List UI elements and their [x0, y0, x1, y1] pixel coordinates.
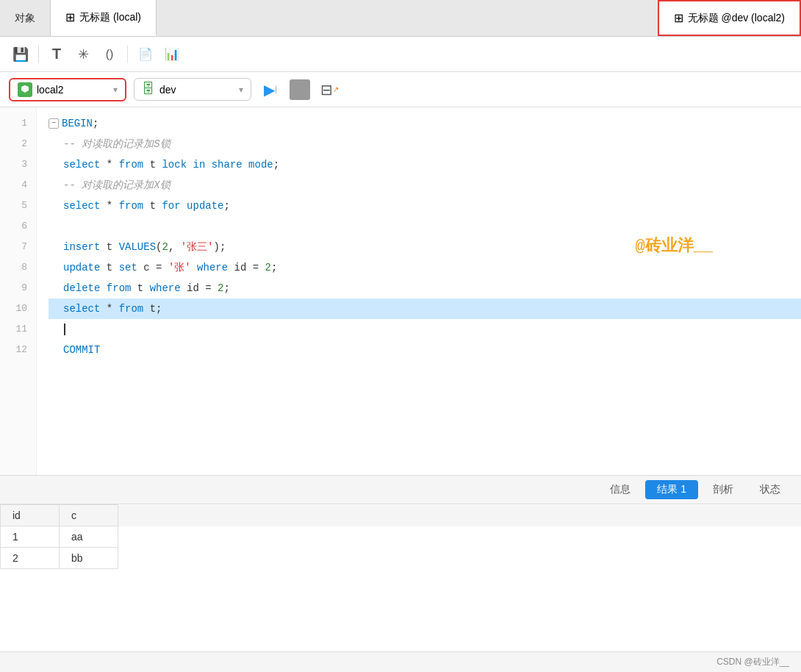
tab-untitled-dev[interactable]: ⊞ 无标题 @dev (local2)	[658, 0, 801, 36]
col-c: c	[60, 505, 118, 526]
database-icon: 🗄	[142, 82, 155, 97]
tab-objects[interactable]: 对象	[0, 0, 51, 36]
server-selector[interactable]: local2 ▾	[9, 78, 126, 101]
table-row-2: 2 bb	[1, 548, 801, 569]
code-line-2: -- 对读取的记录加S锁	[49, 134, 801, 154]
code-line-3: select * from t lock in share mode;	[49, 154, 801, 175]
tab-untitled-local-label: 无标题 (local)	[79, 11, 141, 24]
code-line-6	[49, 216, 801, 237]
code-line-9: delete from t where id = 2;	[49, 278, 801, 299]
footer-credit: CSDN @砖业洋__	[716, 656, 789, 668]
comment-2: -- 对读取的记录加S锁	[63, 134, 170, 154]
ln-3: 3	[0, 154, 36, 175]
code-line-4: -- 对读取的记录加X锁	[49, 175, 801, 196]
cell-1-id: 1	[1, 526, 60, 548]
explain-button[interactable]: ⊟ ↗	[317, 78, 341, 101]
magic-button[interactable]: ✳	[71, 43, 95, 66]
stop-button[interactable]	[290, 79, 310, 100]
tab-objects-label: 对象	[15, 12, 35, 25]
cell-2-c: bb	[60, 548, 118, 569]
line-numbers: 1 2 3 4 5 6 7 8 9 10 11 12	[0, 107, 37, 475]
ln-1: 1	[0, 113, 36, 134]
database-chevron-icon: ▾	[239, 85, 243, 95]
server-label: local2	[37, 84, 64, 96]
grid-icon-local: ⊞	[65, 10, 75, 24]
explain-sub-icon: ↗	[333, 85, 339, 93]
cell-1-c: aa	[60, 526, 118, 548]
watermark: @砖业洋__	[635, 237, 713, 257]
cell-1-extra	[118, 526, 801, 548]
server-chevron-icon: ▾	[113, 85, 118, 95]
toolbar-divider-2	[127, 46, 128, 63]
ln-2: 2	[0, 134, 36, 154]
file-button[interactable]: 📄	[134, 43, 157, 66]
btab-info[interactable]: 信息	[598, 480, 642, 499]
run-icon: ▶	[264, 81, 275, 99]
result-table: id c 1 aa 2 bb	[0, 504, 801, 569]
connection-bar: local2 ▾ 🗄 dev ▾ ▶ | ⊟ ↗	[0, 72, 801, 107]
fold-button-1[interactable]: −	[49, 118, 59, 129]
ln-7: 7	[0, 237, 36, 257]
ln-9: 9	[0, 278, 36, 299]
code-line-10: select * from t;	[49, 299, 801, 319]
file-icon: 📄	[138, 47, 153, 61]
run-button[interactable]: ▶ |	[259, 78, 282, 101]
grid-icon-dev: ⊞	[674, 11, 683, 25]
btab-analysis-label: 剖析	[713, 483, 733, 495]
magic-icon: ✳	[78, 46, 89, 62]
ln-8: 8	[0, 257, 36, 278]
col-id: id	[1, 505, 60, 526]
code-line-5: select * from t for update;	[49, 196, 801, 216]
code-line-7: insert t VALUES(2, '张三'); @砖业洋__	[49, 237, 801, 257]
save-button[interactable]: 💾	[9, 43, 32, 66]
btab-result1-label: 结果 1	[657, 483, 686, 495]
cursor	[64, 324, 65, 335]
ln-4: 4	[0, 175, 36, 196]
braces-button[interactable]: ()	[98, 43, 121, 66]
explain-icon: ⊟	[320, 81, 333, 99]
format-icon: T	[52, 46, 61, 62]
code-content[interactable]: −BEGIN; -- 对读取的记录加S锁 select * from t loc…	[37, 107, 801, 475]
toolbar: 💾 T ✳ () 📄 📊	[0, 37, 801, 72]
database-selector[interactable]: 🗄 dev ▾	[134, 78, 251, 101]
format-button[interactable]: T	[45, 43, 68, 66]
editor-area: 1 2 3 4 5 6 7 8 9 10 11 12 −BEGIN; -- 对读…	[0, 107, 801, 475]
cell-2-id: 2	[1, 548, 60, 569]
server-icon	[18, 82, 32, 97]
ln-6: 6	[0, 216, 36, 237]
code-line-11	[49, 319, 801, 340]
tab-untitled-local[interactable]: ⊞ 无标题 (local)	[51, 0, 157, 36]
bottom-tabs: 信息 结果 1 剖析 状态	[0, 475, 801, 504]
braces-icon: ()	[106, 48, 114, 61]
run-cursor-icon: |	[275, 85, 277, 93]
ln-12: 12	[0, 340, 36, 360]
code-line-1: −BEGIN;	[49, 113, 801, 134]
btab-info-label: 信息	[610, 483, 631, 495]
code-line-8: update t set c = '张' where id = 2;	[49, 257, 801, 278]
table-icon: 📊	[165, 47, 179, 61]
btab-status-label: 状态	[760, 483, 780, 495]
cell-2-extra	[118, 548, 801, 569]
col-extra	[118, 505, 801, 526]
result-panel: id c 1 aa 2 bb	[0, 504, 801, 651]
btab-result1[interactable]: 结果 1	[645, 480, 698, 499]
table-row-1: 1 aa	[1, 526, 801, 548]
ln-5: 5	[0, 196, 36, 216]
code-line-12: COMMIT	[49, 340, 801, 360]
tab-untitled-dev-label: 无标题 @dev (local2)	[688, 12, 785, 25]
btab-status[interactable]: 状态	[748, 480, 792, 499]
ln-11: 11	[0, 319, 36, 340]
kw-begin: BEGIN	[62, 113, 93, 134]
btab-analysis[interactable]: 剖析	[701, 480, 745, 499]
table-button[interactable]: 📊	[160, 43, 184, 66]
kw-commit: COMMIT	[63, 340, 100, 360]
save-icon: 💾	[12, 46, 29, 62]
database-label: dev	[159, 84, 176, 96]
tab-bar: 对象 ⊞ 无标题 (local) ⊞ 无标题 @dev (local2)	[0, 0, 801, 37]
comment-4: -- 对读取的记录加X锁	[63, 175, 170, 196]
ln-10: 10	[0, 299, 36, 319]
toolbar-divider-1	[38, 46, 39, 63]
code-editor[interactable]: 1 2 3 4 5 6 7 8 9 10 11 12 −BEGIN; -- 对读…	[0, 107, 801, 475]
footer-bar: CSDN @砖业洋__	[0, 651, 801, 672]
